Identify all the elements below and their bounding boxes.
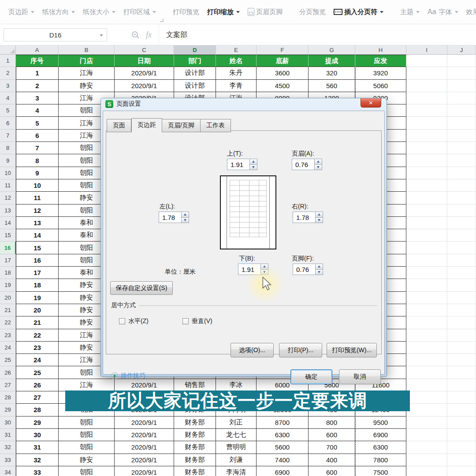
empty-cell[interactable] — [447, 67, 476, 79]
tab-header-footer[interactable]: 页眉/页脚 — [162, 119, 201, 132]
row-header-4[interactable]: 4 — [0, 92, 16, 104]
empty-cell[interactable] — [406, 242, 447, 254]
empty-cell[interactable] — [447, 179, 476, 192]
grid-cell[interactable]: 财务部 — [174, 454, 216, 466]
empty-cell[interactable] — [406, 329, 447, 342]
name-box[interactable]: D16 — [4, 28, 107, 41]
fonts-button[interactable]: Aa字体 — [424, 4, 462, 20]
grid-cell[interactable]: 静安 — [59, 80, 115, 92]
empty-cell[interactable] — [406, 466, 447, 476]
row-header-28[interactable]: 28 — [0, 391, 16, 404]
print-area-button[interactable]: 打印区域 — [119, 4, 160, 20]
grid-cell[interactable]: 7400 — [257, 454, 309, 466]
left-margin-input[interactable] — [159, 212, 181, 223]
grid-cell[interactable]: 李青 — [216, 80, 257, 92]
grid-cell[interactable]: 朝阳 — [59, 429, 115, 441]
empty-cell[interactable] — [406, 229, 447, 242]
print-scale-button[interactable]: 打印缩放 — [203, 4, 244, 20]
paper-size-button[interactable]: 纸张大小 — [79, 4, 119, 20]
tab-page[interactable]: 页面 — [107, 119, 131, 132]
table-header-cell[interactable]: 门店 — [59, 55, 115, 67]
grid-cell[interactable]: 2020/9/1 — [115, 454, 174, 466]
grid-cell[interactable]: 24 — [16, 354, 59, 366]
grid-cell[interactable]: 16 — [16, 254, 59, 267]
grid-cell[interactable]: 21 — [16, 316, 59, 329]
empty-cell[interactable] — [406, 179, 447, 192]
grid-cell[interactable]: 设计部 — [174, 67, 216, 79]
grid-cell[interactable]: 25 — [16, 366, 59, 379]
spin-up-icon[interactable] — [315, 212, 323, 217]
row-header-9[interactable]: 9 — [0, 154, 16, 167]
empty-cell[interactable] — [406, 404, 447, 416]
grid-cell[interactable]: 26 — [16, 379, 59, 391]
grid-cell[interactable]: 朝阳 — [59, 416, 115, 429]
empty-cell[interactable] — [447, 167, 476, 179]
function-icon[interactable]: fx — [146, 30, 152, 40]
spin-up-icon[interactable] — [260, 264, 268, 269]
spin-down-icon[interactable] — [249, 164, 257, 171]
grid-cell[interactable]: 2020/9/1 — [115, 67, 174, 79]
empty-cell[interactable] — [406, 379, 447, 391]
row-header-25[interactable]: 25 — [0, 354, 16, 366]
empty-cell[interactable] — [447, 342, 476, 354]
tab-sheet[interactable]: 工作表 — [201, 119, 231, 132]
grid-cell[interactable]: 设计部 — [174, 80, 216, 92]
center-vertical-checkbox[interactable]: 垂直(V) — [182, 317, 212, 325]
empty-cell[interactable] — [406, 205, 447, 217]
empty-cell[interactable] — [447, 104, 476, 117]
empty-cell[interactable] — [406, 454, 447, 466]
row-header-27[interactable]: 27 — [0, 379, 16, 391]
dialog-launcher-icon[interactable] — [160, 19, 164, 22]
empty-cell[interactable] — [447, 242, 476, 254]
grid-cell[interactable]: 财务部 — [174, 466, 216, 476]
row-header-32[interactable]: 32 — [0, 441, 16, 454]
checkbox-icon[interactable] — [182, 318, 189, 324]
empty-cell[interactable] — [447, 267, 476, 279]
formula-input[interactable]: 文案部 — [159, 25, 476, 45]
column-header-A[interactable]: A — [16, 45, 59, 55]
empty-cell[interactable] — [447, 304, 476, 316]
grid-cell[interactable]: 6300 — [257, 429, 309, 441]
checkbox-icon[interactable] — [119, 318, 125, 324]
grid-cell[interactable]: 3920 — [355, 67, 406, 79]
right-margin-stepper[interactable] — [315, 212, 323, 223]
grid-cell[interactable]: 14 — [16, 229, 59, 242]
row-header-3[interactable]: 3 — [0, 80, 16, 92]
row-header-16[interactable]: 16 — [0, 242, 16, 254]
table-header-cell[interactable]: 应发 — [355, 55, 406, 67]
empty-cell[interactable] — [406, 117, 447, 129]
spin-down-icon[interactable] — [260, 269, 268, 275]
empty-cell[interactable] — [447, 55, 476, 67]
empty-cell[interactable] — [447, 366, 476, 379]
empty-cell[interactable] — [447, 205, 476, 217]
empty-cell[interactable] — [406, 167, 447, 179]
column-header-H[interactable]: H — [355, 45, 406, 55]
table-header-cell[interactable]: 部门 — [174, 55, 216, 67]
grid-cell[interactable]: 6900 — [355, 429, 406, 441]
grid-cell[interactable]: 600 — [309, 429, 355, 441]
row-header-19[interactable]: 19 — [0, 279, 16, 291]
empty-cell[interactable] — [447, 429, 476, 441]
tab-margins[interactable]: 页边距 — [131, 118, 162, 132]
grid-cell[interactable]: 财务部 — [174, 416, 216, 429]
table-header-cell[interactable]: 姓名 — [216, 55, 257, 67]
dialog-titlebar[interactable]: S 页面设置 — [105, 100, 141, 108]
cancel-button[interactable]: 取消 — [339, 369, 381, 384]
empty-cell[interactable] — [447, 80, 476, 92]
row-header-18[interactable]: 18 — [0, 267, 16, 279]
grid-cell[interactable]: 刘正 — [216, 416, 257, 429]
empty-cell[interactable] — [406, 92, 447, 104]
empty-cell[interactable] — [406, 429, 447, 441]
grid-cell[interactable]: 财务部 — [174, 429, 216, 441]
row-header-26[interactable]: 26 — [0, 366, 16, 379]
left-margin-stepper[interactable] — [181, 212, 189, 223]
grid-cell[interactable]: 6 — [16, 130, 59, 142]
grid-cell[interactable]: 2020/9/1 — [115, 429, 174, 441]
table-header-cell[interactable]: 提成 — [309, 55, 355, 67]
grid-cell[interactable]: 22 — [16, 329, 59, 342]
grid-cell[interactable]: 8 — [16, 154, 59, 167]
footer-margin-input[interactable] — [293, 264, 315, 275]
grid-cell[interactable]: 2020/9/1 — [115, 80, 174, 92]
zoom-out-icon[interactable] — [131, 31, 140, 39]
spin-up-icon[interactable] — [249, 159, 257, 164]
